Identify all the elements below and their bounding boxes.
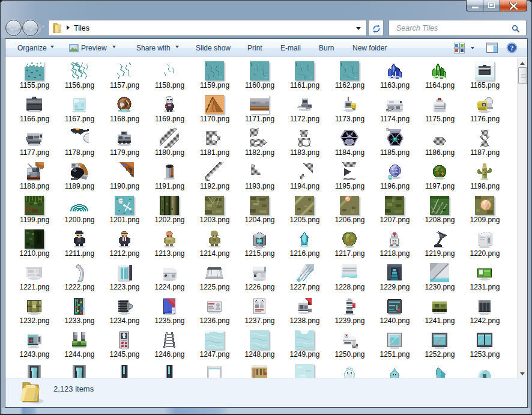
svg-text:?: ? — [510, 44, 514, 52]
